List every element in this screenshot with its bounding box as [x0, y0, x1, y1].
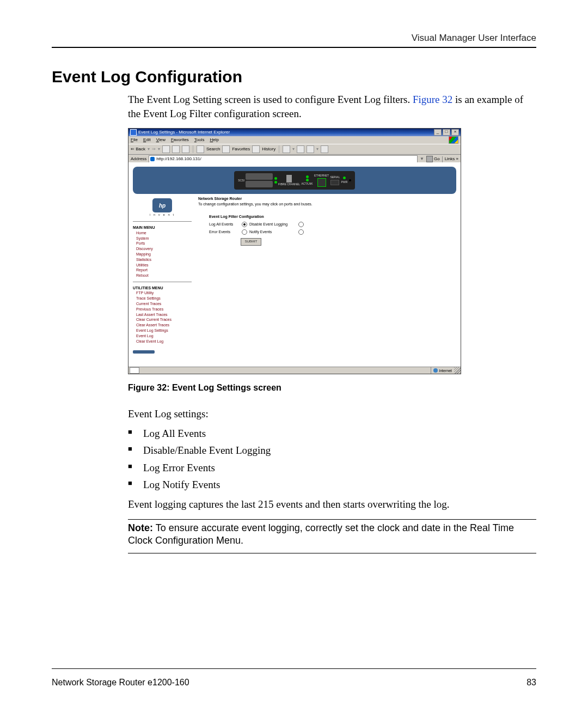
label-eth: ETHERNET [314, 174, 329, 178]
footer-rule [52, 668, 536, 669]
content-subtitle: To change configuration settings, you ma… [198, 202, 456, 206]
ie-app-icon [130, 129, 137, 136]
opt-error-radio[interactable] [242, 229, 247, 235]
ie-statusbar: Internet [128, 367, 461, 374]
intro-pre: The Event Log Setting screen is used to … [128, 94, 413, 105]
window-title: Event Log Settings - Microsoft Internet … [138, 130, 230, 136]
menu-favorites[interactable]: Favorites [171, 137, 189, 143]
history-icon[interactable] [252, 145, 260, 153]
menu-mapping[interactable]: Mapping [136, 252, 192, 257]
hp-invent-label: i n v e n t [133, 212, 192, 217]
running-header: Visual Manager User Interface [52, 33, 536, 47]
menu-file[interactable]: File [131, 137, 138, 143]
label-fibre: FIBRE CHANNEL [278, 182, 300, 186]
device-graphic: SCSI FIBRE CHANNEL [234, 171, 355, 190]
util-clear-assert[interactable]: Clear Assert Traces [136, 322, 192, 328]
edit-icon[interactable] [307, 145, 314, 153]
page-content: SCSI FIBRE CHANNEL [128, 162, 461, 367]
label-scsi: SCSI [238, 179, 244, 182]
opt-log-all-radio[interactable] [242, 222, 247, 227]
menu-report[interactable]: Report [136, 267, 192, 273]
discuss-icon[interactable] [321, 145, 328, 153]
toolbar-back[interactable]: ⇐ Back [131, 147, 145, 153]
menu-system[interactable]: System [136, 236, 192, 241]
home-icon[interactable] [182, 145, 189, 153]
settings-item: Log Error Events [128, 461, 536, 475]
status-zone-label: Internet [439, 368, 452, 373]
mail-icon[interactable] [283, 145, 290, 153]
content-title: Network Storage Router [198, 196, 456, 201]
main-content: Network Storage Router To change configu… [198, 196, 456, 354]
note-rule-top [128, 519, 536, 520]
util-trace-settings[interactable]: Trace Settings [136, 296, 192, 301]
figure-caption-text: Event Log Settings screen [172, 383, 281, 392]
toolbar-forward[interactable]: ⇒ [152, 147, 156, 153]
util-ftp[interactable]: FTP Utility [136, 290, 192, 296]
util-eventlog[interactable]: Event Log [136, 333, 192, 339]
util-clear-eventlog[interactable]: Clear Event Log [136, 339, 192, 344]
search-icon[interactable] [197, 145, 204, 153]
util-last-assert[interactable]: Last Assert Traces [136, 312, 192, 318]
address-value: http://192.168.100.131/ [156, 156, 201, 162]
print-icon[interactable] [297, 145, 304, 153]
resize-grip-icon [454, 367, 461, 374]
favorites-icon[interactable] [222, 145, 230, 153]
util-eventlog-settings[interactable]: Event Log Settings [136, 328, 192, 333]
toolbar-history-label[interactable]: History [262, 147, 275, 153]
note-body: To ensure accurate event logging, correc… [128, 522, 514, 546]
refresh-icon[interactable] [172, 145, 180, 153]
menu-home[interactable]: Home [136, 230, 192, 236]
label-serial: SERIAL [330, 175, 340, 179]
ie-page-icon [150, 157, 155, 161]
settings-list: Log All Events Disable/Enable Event Logg… [128, 427, 536, 492]
page-number: 83 [526, 678, 536, 687]
toolbar-search-label[interactable]: Search [206, 147, 220, 153]
window-close-button[interactable]: × [451, 129, 459, 136]
ie-menubar: File Edit View Favorites Tools Help [128, 136, 461, 144]
status-doc-icon [130, 367, 139, 374]
menu-reboot[interactable]: Reboot [136, 273, 192, 278]
sidebar-accent [133, 350, 155, 354]
figure-reference-link[interactable]: Figure 32 [413, 94, 452, 105]
menu-view[interactable]: View [156, 137, 166, 143]
opt-notify-radio[interactable] [298, 229, 304, 235]
filter-header: Event Log Filter Configuration [209, 214, 456, 219]
links-dropdown[interactable]: Links » [442, 156, 458, 162]
util-clear-current[interactable]: Clear Current Traces [136, 317, 192, 322]
go-button[interactable]: Go [426, 156, 440, 162]
menu-discovery[interactable]: Discovery [136, 246, 192, 252]
ie-window: Event Log Settings - Microsoft Internet … [128, 128, 461, 374]
util-previous-traces[interactable]: Previous Traces [136, 307, 192, 312]
device-banner: SCSI FIBRE CHANNEL [133, 167, 456, 194]
opt-disable-label: Disable Event Logging [249, 222, 298, 227]
util-current-traces[interactable]: Current Traces [136, 301, 192, 307]
opt-error-label: Error Events [209, 229, 242, 235]
stop-icon[interactable] [162, 145, 170, 153]
submit-button[interactable]: SUBMIT [241, 238, 261, 246]
address-input[interactable]: http://192.168.100.131/ [149, 155, 418, 163]
note-block: Note: To ensure accurate event logging, … [128, 522, 536, 547]
menu-help[interactable]: Help [210, 137, 219, 143]
ie-toolbar: ⇐ Back ▾ ⇒ ▾ Search Favorites History ▾ [128, 144, 461, 155]
settings-note: Event logging captures the last 215 even… [128, 497, 536, 512]
menu-utilities[interactable]: Utilities [136, 263, 192, 268]
intro-paragraph: The Event Log Setting screen is used to … [128, 93, 536, 120]
go-icon [426, 156, 433, 162]
menu-edit[interactable]: Edit [143, 137, 151, 143]
opt-disable-radio[interactable] [298, 222, 304, 227]
note-label: Note: [128, 522, 153, 533]
label-pwr: PWR [341, 180, 348, 184]
settings-item: Log Notify Events [128, 478, 536, 492]
menu-statistics[interactable]: Statistics [136, 257, 192, 263]
window-maximize-button[interactable]: □ [443, 129, 450, 136]
window-minimize-button[interactable]: _ [434, 129, 442, 136]
ie-titlebar: Event Log Settings - Microsoft Internet … [128, 129, 461, 136]
note-rule-bottom [128, 553, 536, 553]
menu-ports[interactable]: Ports [136, 241, 192, 246]
toolbar-favorites-label[interactable]: Favorites [232, 147, 250, 153]
footer-title: Network Storage Router e1200-160 [52, 678, 189, 687]
main-menu-header: MAIN MENU [133, 225, 192, 230]
settings-intro: Event Log settings: [128, 407, 536, 421]
settings-item: Log All Events [128, 427, 536, 441]
menu-tools[interactable]: Tools [194, 137, 205, 143]
